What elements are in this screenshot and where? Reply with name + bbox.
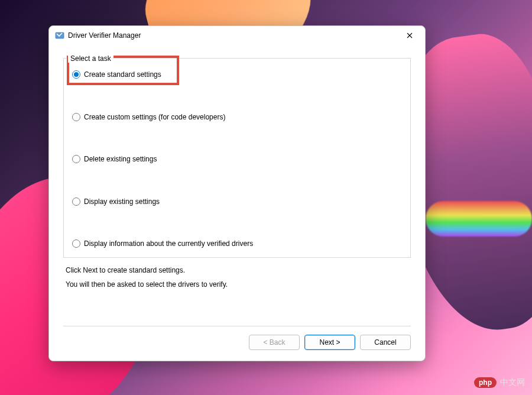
- dialog-footer: < Back Next > Cancel: [49, 326, 425, 361]
- radio-label: Create standard settings: [84, 70, 161, 79]
- radio-display-existing[interactable]: Display existing settings: [72, 196, 402, 207]
- next-button[interactable]: Next >: [304, 335, 355, 350]
- app-icon: [55, 31, 64, 40]
- radio-display-info[interactable]: Display information about the currently …: [72, 238, 402, 249]
- task-legend: Select a task: [68, 54, 113, 63]
- instructions-block: Click Next to create standard settings. …: [63, 266, 411, 289]
- close-icon: [407, 33, 413, 38]
- radio-delete-existing[interactable]: Delete existing settings: [72, 154, 402, 164]
- radio-indicator: [72, 113, 80, 121]
- radio-indicator: [72, 70, 80, 79]
- radio-label: Delete existing settings: [84, 155, 157, 163]
- driver-verifier-dialog: Driver Verifier Manager Select a task Cr…: [48, 25, 426, 361]
- back-button[interactable]: < Back: [249, 335, 300, 350]
- radio-label: Display information about the currently …: [84, 239, 253, 248]
- watermark: php 中文网: [474, 377, 525, 388]
- cancel-button[interactable]: Cancel: [360, 335, 411, 350]
- radio-create-custom[interactable]: Create custom settings (for code develop…: [72, 112, 402, 122]
- radio-label: Create custom settings (for code develop…: [84, 113, 225, 121]
- window-title: Driver Verifier Manager: [68, 31, 398, 40]
- bg-rainbow: [426, 201, 532, 237]
- radio-create-standard[interactable]: Create standard settings: [72, 69, 402, 80]
- radio-indicator: [72, 239, 80, 248]
- radio-indicator: [72, 155, 80, 163]
- watermark-badge: php: [474, 377, 497, 388]
- radio-indicator: [72, 198, 80, 206]
- dialog-content: Select a task Create standard settings C…: [49, 45, 425, 310]
- instruction-line: You will then be asked to select the dri…: [66, 280, 411, 289]
- instruction-line: Click Next to create standard settings.: [66, 266, 411, 274]
- titlebar[interactable]: Driver Verifier Manager: [49, 26, 425, 45]
- radio-label: Display existing settings: [84, 198, 160, 206]
- close-button[interactable]: [398, 27, 421, 44]
- task-options-group: Create standard settings Create custom s…: [63, 58, 411, 258]
- watermark-text: 中文网: [500, 377, 525, 388]
